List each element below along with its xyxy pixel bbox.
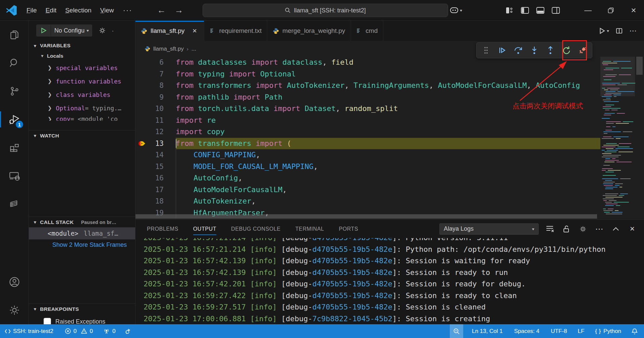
indentation-status[interactable]: Spaces: 4: [511, 324, 543, 338]
output-settings-gear-icon[interactable]: [578, 224, 588, 234]
activity-stack[interactable]: [0, 190, 29, 218]
debug-config-widget[interactable]: No Configu ▾: [36, 24, 92, 37]
window-close-button[interactable]: ✕: [626, 0, 641, 21]
debug-continue-button[interactable]: [495, 44, 509, 57]
activity-extensions[interactable]: [0, 133, 29, 162]
encoding-status[interactable]: UTF-8: [547, 324, 570, 338]
debug-status-indicator[interactable]: [121, 324, 135, 338]
toggle-panel-button[interactable]: [533, 0, 548, 21]
debug-step-into-button[interactable]: [528, 44, 541, 57]
code-text: from typing import Optional: [176, 68, 600, 80]
output-log-view[interactable]: 2025-01-23 16:57:21.214 [info] [debug-d4…: [136, 238, 644, 324]
tab-llama_sft.py[interactable]: llama_sft.py✕: [136, 21, 204, 41]
show-more-stack-frames-link[interactable]: Show 2 More Stack Frames: [29, 239, 135, 248]
debug-step-out-button[interactable]: [544, 44, 557, 57]
minimap[interactable]: [600, 57, 635, 219]
log-line: 2025-01-23 17:00:06.881 [info] [debug-7c…: [144, 313, 644, 325]
braces-icon: { }: [595, 328, 601, 335]
panel-tab-ports[interactable]: PORTS: [339, 220, 358, 238]
tab-requirement.txt[interactable]: requirement.txt: [204, 21, 267, 41]
variables-scope-locals[interactable]: ▼ Locals: [29, 51, 135, 61]
callstack-section-header[interactable]: ▼ CALL STACK Paused on br…: [29, 217, 135, 227]
clear-output-button[interactable]: [545, 224, 555, 234]
panel-tab-terminal[interactable]: TERMINAL: [295, 220, 324, 238]
zoom-status-button[interactable]: [450, 324, 463, 338]
problems-indicator[interactable]: 0 0: [61, 324, 96, 338]
activity-settings[interactable]: [0, 296, 29, 324]
activity-source-control[interactable]: [0, 77, 29, 105]
language-mode[interactable]: { } Python: [592, 324, 625, 338]
variable-row-Optional[interactable]: ❯Optional = typing.…: [29, 101, 135, 115]
run-file-button[interactable]: ▾: [598, 27, 609, 35]
eol-status[interactable]: LF: [574, 324, 588, 338]
split-editor-button[interactable]: [616, 27, 623, 34]
breakpoint-raised-exceptions[interactable]: Raised Exceptions: [29, 315, 135, 324]
menu-file[interactable]: File: [22, 5, 41, 16]
debug-step-over-button[interactable]: [512, 44, 525, 57]
variable-row-copy[interactable]: ❯copy = <module 'co: [29, 115, 135, 121]
panel-tab-output[interactable]: OUTPUT: [193, 220, 216, 238]
nav-forward-icon[interactable]: →: [174, 5, 183, 15]
toggle-sidebar-button[interactable]: [517, 0, 533, 21]
debug-config-select[interactable]: No Configu ▾: [51, 24, 92, 37]
debug-settings-gear-icon[interactable]: [98, 26, 106, 35]
notifications-bell[interactable]: [628, 324, 641, 338]
activity-remote-explorer[interactable]: [0, 162, 29, 190]
output-channel-select[interactable]: Alaya Logs ▾: [439, 223, 539, 235]
python-icon: [273, 28, 279, 34]
variable-row-special-variables[interactable]: ❯special variables: [29, 61, 135, 74]
callstack-frame[interactable]: <module> llama_sf…: [29, 227, 135, 239]
panel-close-button[interactable]: ✕: [627, 224, 637, 234]
toolbar-drag-grip[interactable]: [479, 44, 493, 57]
window-restore-button[interactable]: [603, 0, 619, 21]
code-text: from transformers import AutoTokenizer, …: [176, 80, 600, 92]
cursor-position[interactable]: Ln 13, Col 1: [469, 324, 506, 338]
copilot-button[interactable]: ▾: [450, 7, 462, 14]
activity-accounts[interactable]: [0, 268, 29, 296]
toggle-secondary-sidebar-button[interactable]: [548, 0, 564, 21]
panel-maximize-chevron[interactable]: [611, 224, 621, 234]
panel-more-actions[interactable]: ⋯: [594, 224, 604, 234]
code-line-16: 16 AutoConfig,: [136, 172, 600, 184]
line-number: 10: [148, 103, 164, 115]
callstack-paused-status: Paused on br…: [81, 220, 116, 225]
activity-explorer[interactable]: [0, 21, 29, 49]
nav-back-icon[interactable]: ←: [157, 5, 166, 15]
customize-layout-button[interactable]: [502, 0, 517, 21]
menu-selection[interactable]: Selection: [61, 5, 96, 16]
breakpoint-current-icon[interactable]: [138, 139, 146, 148]
window-minimize-button[interactable]: —: [580, 0, 596, 21]
command-center-search[interactable]: llama_sft [SSH: train-test2]: [203, 4, 448, 17]
checkbox-unchecked[interactable]: [44, 318, 51, 324]
panel-tab-problems[interactable]: PROBLEMS: [147, 220, 178, 238]
lock-output-button[interactable]: [561, 224, 572, 234]
breakpoints-section-header[interactable]: ▼ BREAKPOINTS: [29, 303, 135, 314]
line-number: 16: [148, 172, 164, 184]
vertical-scrollbar[interactable]: [636, 57, 643, 75]
variables-section-header[interactable]: ▼ VARIABLES: [29, 40, 135, 51]
variables-list: ❯special variables❯function variables❯cl…: [29, 61, 135, 121]
panel-tab-debug-console[interactable]: DEBUG CONSOLE: [231, 220, 280, 238]
code-editor[interactable]: 6from dataclasses import dataclass, fiel…: [136, 57, 644, 219]
ports-indicator[interactable]: 0: [100, 324, 119, 338]
tab-close-icon[interactable]: ✕: [191, 27, 199, 35]
breakpoint-gutter[interactable]: [136, 138, 148, 150]
variable-row-function-variables[interactable]: ❯function variables: [29, 74, 135, 88]
activity-run-debug[interactable]: 1: [0, 105, 29, 133]
extensions-icon: [9, 142, 20, 153]
menu-view[interactable]: View: [96, 5, 118, 16]
tab-cmd[interactable]: cmd: [351, 21, 383, 41]
menu-edit[interactable]: Edit: [41, 5, 61, 16]
remote-indicator[interactable]: SSH: train-test2: [1, 324, 57, 338]
annotation-text: 点击两次关闭调试模式: [513, 101, 583, 111]
horizontal-scrollbar[interactable]: [136, 214, 597, 219]
menu-more-icon[interactable]: ···: [118, 6, 137, 15]
tab-merge_lora_weight.py[interactable]: merge_lora_weight.py: [267, 21, 351, 41]
editor-more-actions[interactable]: ⋯: [629, 26, 637, 35]
variable-row-class-variables[interactable]: ❯class variables: [29, 88, 135, 101]
gutter-space: [136, 184, 148, 196]
debug-start-button[interactable]: [36, 24, 51, 37]
activity-search[interactable]: [0, 49, 29, 77]
watch-section-header[interactable]: ▼ WATCH: [29, 130, 135, 141]
sidebar-more-actions[interactable]: ·: [112, 27, 114, 35]
